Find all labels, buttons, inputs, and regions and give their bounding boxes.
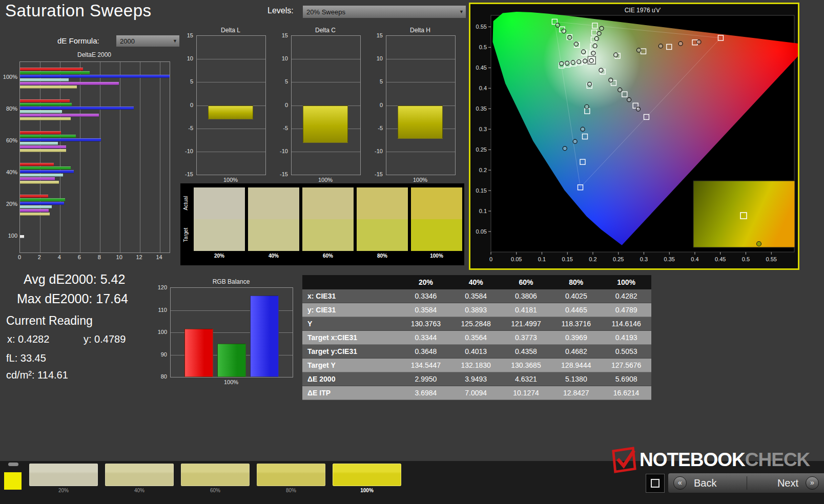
swatch-column [248,187,299,251]
reading-x-value: x: 0.4282 [7,333,49,345]
zoom-inset [693,181,795,247]
table-cell: 4.6321 [501,372,551,386]
y-axis-label: 100 [0,233,17,239]
actual-target-swatches: Actual Target 20%40%60%80%100% [180,183,464,265]
rgb-bar-red [184,329,213,377]
nav-divider [747,476,747,490]
level-patch-40%[interactable]: 40% [105,464,174,494]
table-header: 100% [601,275,651,289]
de-bar [20,166,71,170]
de-bar [20,135,76,138]
de-bar [20,213,50,216]
gridline [120,62,120,253]
de-bar [20,205,52,208]
next-button[interactable]: Next [777,477,798,489]
cie-svg: 00.050.10.150.20.250.30.350.40.450.50.55… [470,4,798,268]
table-cell: 121.4997 [501,317,551,331]
measured-point [600,26,604,30]
y-axis-label: 80% [0,106,17,112]
table-cell: 0.4193 [601,331,651,345]
swatch-column [357,187,408,251]
table-cell: 3.9493 [451,372,501,386]
actual-swatch [194,187,245,219]
table-cell: 5.1380 [551,372,601,386]
measured-point [609,78,613,82]
de-formula-label: dE Formula: [57,36,99,45]
watermark-notebook: NOTEBOOK [640,449,745,470]
svg-text:0.05: 0.05 [476,228,487,235]
gridline [197,152,265,152]
de-bar [20,114,99,117]
table-cell: 130.3685 [501,359,551,372]
reading-fl-value: fL: 33.45 [6,352,46,364]
de-bar [20,131,61,134]
gridline [197,129,265,129]
actual-swatch [357,187,408,219]
gridline [40,62,40,253]
gridline [386,59,455,59]
de-bar [20,107,134,110]
swatch-label: 20% [194,253,245,259]
levels-dropdown[interactable]: 20% Sweeps ▼ [302,5,466,18]
target-swatch [302,219,354,251]
svg-text:0.2: 0.2 [589,256,596,262]
measured-point [593,44,597,48]
gridline [80,62,80,253]
level-patch-60%[interactable]: 60% [181,464,250,494]
next-chevron-icon[interactable]: » [806,476,819,490]
row-label: ΔE 2000 [302,372,401,386]
y-axis-label: 10 [177,55,193,61]
target-swatch [248,219,299,251]
svg-text:0.15: 0.15 [562,256,573,262]
table-cell: 0.4013 [451,345,501,359]
measured-point [571,60,575,65]
y-axis-label: 15 [177,32,193,38]
display-mode-button[interactable] [646,474,665,493]
table-row: Y130.3763125.2848121.4997118.3716114.614… [302,317,651,331]
back-chevron-icon[interactable]: « [673,476,687,490]
level-patch-20%[interactable]: 20% [29,464,98,494]
table-cell: 0.3584 [401,303,451,317]
y-axis-label: -5 [366,125,383,131]
table-cell: 0.3806 [501,289,551,303]
actual-swatch [411,187,462,219]
actual-swatch [248,187,299,219]
de-bar [20,99,70,102]
svg-text:0.45: 0.45 [715,256,726,262]
measurement-results-table: 20%40%60%80%100%x: CIE310.33460.35840.38… [302,275,651,400]
table-cell: 16.6214 [601,386,651,400]
y-axis-label: -10 [272,148,288,154]
avg-de2000-value: Avg dE2000: 5.42 [24,272,125,287]
watermark-text: NOTEBOOKCHECK [640,449,810,471]
target-swatch [411,219,462,251]
table-header [302,275,401,289]
swatch-label: 60% [302,253,354,259]
handle-icon [8,463,18,466]
delta-c-title: Delta C [291,27,360,34]
de-bar [20,209,49,212]
table-cell: 0.4025 [551,289,601,303]
gridline [386,82,455,82]
de-bar [20,86,77,89]
y-axis-label: 10 [272,55,288,61]
reading-y-value: y: 0.4789 [84,333,126,345]
table-cell: 0.3564 [451,331,501,345]
rgb-bar-blue [250,296,279,377]
de-formula-dropdown[interactable]: 2000 ▼ [116,35,180,47]
y-axis-label: -15 [177,171,193,177]
x-axis-label: 0 [15,254,24,260]
patch-label: 40% [105,488,174,493]
level-patch-80%[interactable]: 80% [257,464,325,494]
table-header: 60% [501,275,551,289]
measured-point [636,107,641,111]
svg-text:0.05: 0.05 [511,256,522,262]
workflow-navbar: « Back Next » [668,473,824,493]
back-button[interactable]: Back [694,477,716,489]
x-axis-label: 14 [155,254,163,260]
row-label: Target y:CIE31 [302,345,401,359]
y-axis-label: 80 [151,373,167,380]
table-row: Target Y134.5447132.1830130.3685128.9444… [302,359,651,372]
de-bar [20,149,66,152]
level-patch-100%[interactable]: 100% [333,464,401,494]
table-cell: 2.9950 [401,372,451,386]
